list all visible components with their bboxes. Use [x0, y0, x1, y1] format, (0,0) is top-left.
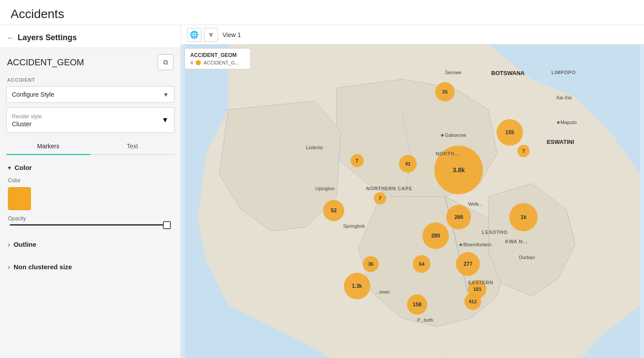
color-swatch[interactable]	[8, 187, 31, 210]
outline-accordion-header[interactable]: › Outline	[6, 236, 174, 252]
layer-edit-button[interactable]: ⧉	[158, 54, 173, 70]
legend-title: ACCIDENT_GEOM	[190, 52, 245, 58]
sidebar: ← Layers Settings ACCIDENT_GEOM ⧉ ACCIDE…	[0, 25, 181, 358]
legend-dot	[196, 60, 201, 65]
globe-button[interactable]: 🌐	[187, 28, 201, 42]
map-area: 🌐 ⛛ View 1 ACCIDENT_GEOM 4 ACCIDENT_G...	[181, 25, 644, 358]
tab-markers[interactable]: Markers	[6, 139, 90, 154]
non-clustered-section: › Non clustered size	[6, 259, 174, 275]
style-tabs: Markers Text	[6, 139, 174, 155]
main-layout: ← Layers Settings ACCIDENT_GEOM ⧉ ACCIDE…	[0, 25, 644, 358]
edit-icon: ⧉	[163, 58, 168, 66]
outline-chevron-icon: ›	[8, 241, 10, 248]
render-style-label: Render style	[12, 113, 41, 120]
legend-item: 4 ACCIDENT_G...	[190, 60, 245, 65]
map-toolbar: 🌐 ⛛ View 1	[181, 25, 644, 45]
non-clustered-accordion-header[interactable]: › Non clustered size	[6, 259, 174, 275]
back-arrow-icon: ←	[7, 34, 14, 42]
filter-icon: ⛛	[208, 31, 214, 38]
configure-style-text: Configure Style	[12, 91, 54, 98]
color-chevron-icon: ▾	[8, 164, 11, 171]
non-clustered-chevron-icon: ›	[8, 264, 10, 271]
color-section: ▾ Color Color Opacity	[6, 159, 174, 230]
render-style-value: Cluster	[12, 121, 31, 128]
tab-active-indicator	[6, 154, 90, 155]
accident-section-label: ACCIDENT	[0, 73, 181, 84]
render-style-text: Render style Cluster	[12, 112, 41, 128]
opacity-slider[interactable]	[10, 224, 171, 226]
configure-style-chevron: ▼	[163, 91, 169, 98]
map-svg	[181, 45, 644, 358]
non-clustered-section-title: Non clustered size	[14, 263, 72, 271]
app-header: Accidents	[0, 0, 644, 25]
tab-text[interactable]: Text	[90, 139, 175, 154]
color-section-title: Color	[15, 164, 32, 171]
map-view-label: View 1	[222, 31, 241, 38]
color-accordion-header[interactable]: ▾ Color	[6, 159, 174, 176]
configure-style-dropdown[interactable]: Configure Style ▼	[6, 86, 174, 103]
configure-style-value: Configure Style	[12, 91, 54, 98]
outline-section-title: Outline	[14, 241, 37, 248]
render-style-chevron: ▼	[162, 116, 169, 124]
app-title: Accidents	[11, 7, 633, 21]
globe-icon: 🌐	[190, 30, 199, 39]
layer-header: ACCIDENT_GEOM ⧉	[0, 48, 181, 73]
filter-button[interactable]: ⛛	[204, 28, 218, 42]
outline-section: › Outline	[6, 236, 174, 252]
opacity-slider-container	[8, 224, 173, 226]
layers-settings-label: Layers Settings	[18, 33, 77, 42]
color-section-body: Color Opacity	[6, 176, 174, 230]
layers-settings-nav[interactable]: ← Layers Settings	[0, 25, 181, 48]
color-label: Color	[8, 177, 173, 184]
layer-name: ACCIDENT_GEOM	[7, 57, 84, 68]
render-style-dropdown[interactable]: Render style Cluster ▼	[6, 107, 174, 133]
map-legend: ACCIDENT_GEOM 4 ACCIDENT_G...	[185, 48, 251, 69]
